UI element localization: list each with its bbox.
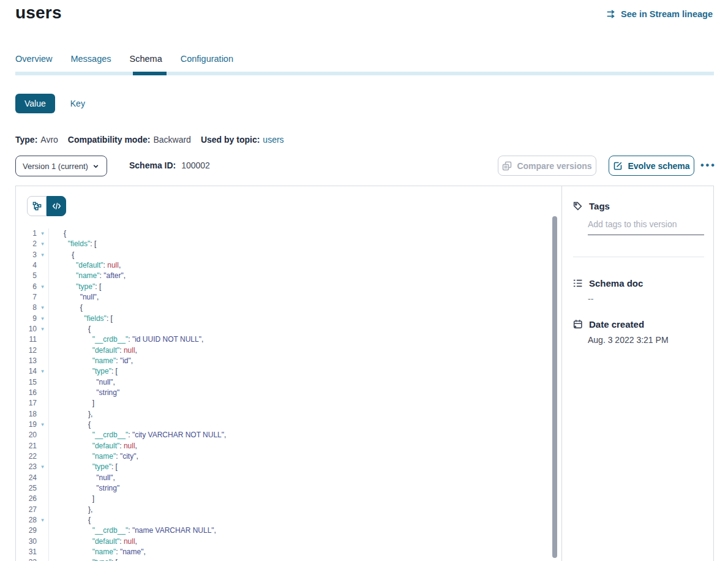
code-line-text: "name": "city", [49, 451, 138, 462]
fold-spacer [37, 345, 48, 356]
schema-doc-value: -- [588, 294, 593, 304]
fold-caret-icon[interactable]: ▾ [37, 303, 48, 313]
fold-caret-icon[interactable]: ▾ [37, 228, 48, 239]
fold-caret-icon[interactable]: ▾ [37, 420, 48, 430]
line-number: 29 [16, 525, 37, 536]
line-number: 11 [16, 334, 37, 345]
code-view-button[interactable] [47, 196, 66, 216]
compare-versions-button[interactable]: Compare versions [498, 156, 596, 176]
date-created-title: Date created [589, 319, 644, 329]
line-number: 7 [16, 292, 37, 303]
code-line: 15 "null", [16, 377, 561, 388]
code-line: 3▾ { [16, 250, 561, 260]
fold-caret-icon[interactable]: ▾ [37, 250, 48, 260]
value-key-toggle: Value Key [15, 94, 85, 113]
schema-type-label: Type: [15, 135, 37, 145]
tab-overview[interactable]: Overview [15, 54, 52, 64]
tags-section-header: Tags [572, 201, 610, 211]
fold-spacer [37, 537, 48, 547]
tree-view-button[interactable] [27, 196, 47, 216]
code-line: 21 "default": null, [16, 441, 561, 451]
line-gutter: 19▾ [16, 420, 49, 430]
tab-schema[interactable]: Schema [130, 54, 162, 64]
code-line: 10▾ { [16, 324, 561, 334]
fold-spacer [37, 388, 48, 398]
tab-messages[interactable]: Messages [70, 54, 111, 64]
code-line-text: "type": [ [49, 282, 101, 292]
line-gutter: 10▾ [16, 324, 49, 334]
line-gutter: 2▾ [16, 239, 49, 249]
tab-configuration[interactable]: Configuration [181, 54, 233, 64]
code-line-text: { [49, 228, 66, 239]
more-options-button[interactable]: ••• [700, 156, 725, 175]
fold-spacer [37, 430, 48, 440]
chevron-down-icon [92, 162, 100, 170]
code-line: 14▾ "type": [ [16, 366, 561, 377]
line-number: 8 [16, 303, 37, 313]
line-number: 31 [16, 547, 37, 557]
fold-spacer [37, 441, 48, 451]
code-line-text: }, [49, 409, 92, 420]
code-line-text: { [49, 515, 91, 525]
tags-input[interactable] [588, 219, 704, 235]
key-toggle-button[interactable]: Key [70, 99, 85, 108]
version-select-value: Version 1 (current) [23, 162, 88, 171]
line-number: 1 [16, 228, 37, 239]
line-gutter: 30 [16, 537, 49, 547]
line-gutter: 6▾ [16, 282, 49, 292]
code-line-text: { [49, 250, 74, 260]
used-by-topic-link[interactable]: users [263, 135, 283, 145]
fold-spacer [37, 451, 48, 462]
code-line: 30 "default": null, [16, 537, 561, 547]
line-gutter: 23▾ [16, 462, 49, 472]
fold-spacer [37, 473, 48, 483]
fold-spacer [37, 356, 48, 366]
editor-scrollbar[interactable] [552, 216, 557, 558]
line-number: 10 [16, 324, 37, 334]
fold-caret-icon[interactable]: ▾ [37, 557, 48, 561]
line-gutter: 16 [16, 388, 49, 398]
code-line-text: "__crdb__": "city VARCHAR NOT NULL", [49, 430, 226, 440]
tab-bar: Overview Messages Schema Configuration [15, 54, 233, 64]
stream-lineage-icon [606, 9, 617, 19]
tab-underline-track [15, 72, 714, 75]
fold-caret-icon[interactable]: ▾ [37, 324, 48, 334]
line-number: 20 [16, 430, 37, 440]
line-gutter: 29 [16, 525, 49, 536]
fold-spacer [37, 494, 48, 504]
line-number: 24 [16, 473, 37, 483]
code-line-text: { [49, 303, 83, 313]
code-line-text: "string" [49, 483, 119, 494]
code-line-text: ] [49, 398, 94, 409]
code-line-text: "default": null, [49, 260, 121, 271]
line-gutter: 24 [16, 473, 49, 483]
sidebar-divider [573, 257, 704, 257]
schema-id-label: Schema ID: [129, 160, 176, 170]
line-number: 6 [16, 282, 37, 292]
code-line-text: "__crdb__": "name VARCHAR NULL", [49, 525, 216, 536]
fold-caret-icon[interactable]: ▾ [37, 515, 48, 525]
evolve-schema-button[interactable]: Evolve schema [609, 156, 694, 176]
fold-caret-icon[interactable]: ▾ [37, 462, 48, 472]
line-gutter: 8▾ [16, 303, 49, 313]
line-gutter: 31 [16, 547, 49, 557]
code-line: 5 "name": "after", [16, 271, 561, 281]
fold-caret-icon[interactable]: ▾ [37, 239, 48, 249]
code-line-text: "null", [49, 473, 115, 483]
version-select[interactable]: Version 1 (current) [15, 156, 107, 176]
code-line: 19▾ { [16, 420, 561, 430]
code-line: 8▾ { [16, 303, 561, 313]
fold-caret-icon[interactable]: ▾ [37, 366, 48, 377]
fold-spacer [37, 483, 48, 494]
code-line: 20 "__crdb__": "city VARCHAR NOT NULL", [16, 430, 561, 440]
stream-lineage-link[interactable]: See in Stream lineage [606, 9, 713, 19]
date-created-value: Aug. 3 2022 3:21 PM [588, 335, 669, 345]
schema-doc-section-header: Schema doc [572, 278, 643, 288]
fold-caret-icon[interactable]: ▾ [37, 282, 48, 292]
schema-type: Type: Avro [15, 135, 58, 145]
fold-caret-icon[interactable]: ▾ [37, 314, 48, 324]
code-line: 25 "string" [16, 483, 561, 494]
line-gutter: 21 [16, 441, 49, 451]
value-toggle-button[interactable]: Value [15, 94, 55, 113]
line-gutter: 22 [16, 451, 49, 462]
